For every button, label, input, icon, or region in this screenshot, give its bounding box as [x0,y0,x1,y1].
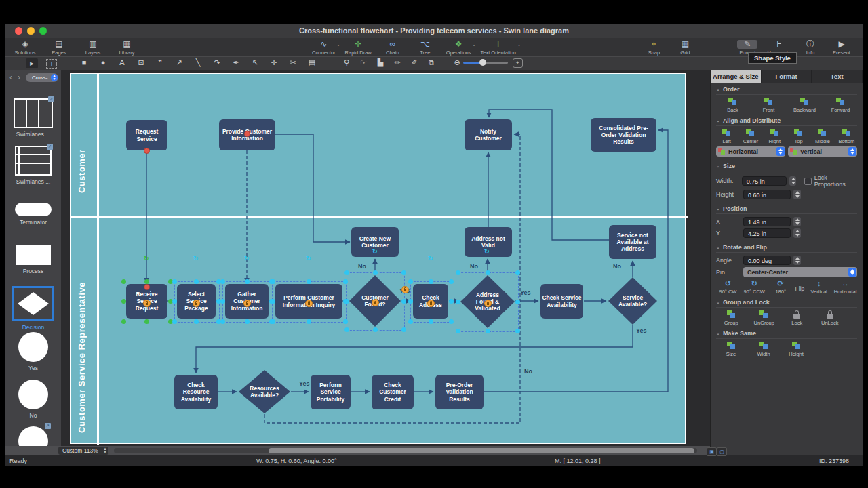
stencil-yes[interactable]: Yes [5,332,61,371]
flowchart-node-resources-available[interactable]: Resources Available? [239,370,290,413]
collapse-icon[interactable]: ⌄ [716,331,720,336]
rotate-handle-icon[interactable]: ↻ [372,248,378,255]
pencil-tool[interactable]: ✏ [390,58,405,67]
y-field[interactable]: 4.25 in [743,228,791,238]
operations-button[interactable]: ❖⌄Operations [446,40,471,56]
rapid-draw-button[interactable]: ✛Rapid Draw [345,40,372,56]
collapse-icon[interactable]: ⌄ [716,163,720,169]
flowchart-node-consolidated-pre-order-validation-results[interactable]: Consolidated Pre-Order Validation Result… [591,118,656,152]
collapse-icon[interactable]: ⌄ [716,245,720,250]
stencil-forward-button[interactable]: › [18,73,20,82]
group-group-button[interactable]: Group [716,310,747,326]
stencil-decision[interactable]: Decision [5,286,61,331]
x-field[interactable]: 1.49 in [743,217,791,226]
group-ungroup-button[interactable]: UnGroup [749,310,780,326]
selection-handle[interactable] [344,299,349,304]
selection-handle[interactable] [515,300,520,304]
group-lock-button[interactable]: Lock [782,310,812,326]
line-tool[interactable]: ╲ [191,58,205,67]
rotate-90-cw-button[interactable]: ↺90° CW [716,279,740,295]
snap-button[interactable]: ⌖Snap [642,40,665,56]
selection-handle[interactable] [245,319,250,324]
zoom-tool[interactable]: ⚲ [339,58,354,67]
rotate-handle-icon[interactable]: ↻ [244,255,250,262]
selection-handle[interactable] [515,329,520,333]
brush-tool[interactable]: ✐ [407,58,422,67]
collapse-icon[interactable]: ⌄ [716,300,720,305]
open-stencil-icon[interactable]: ↗ [48,96,54,102]
height-stepper[interactable] [793,190,801,199]
selection-handle[interactable] [220,299,225,304]
drawing-page[interactable]: Customer Customer Service Representative… [70,73,686,444]
crop-tool[interactable]: ⧉ [424,58,439,67]
stencil-library-select[interactable]: Cross-... ▲▼ [26,73,58,82]
align-left-button[interactable]: Left [716,129,737,144]
pointer-tool[interactable]: ▸ [26,58,38,68]
open-stencil-icon[interactable]: ↗ [47,144,53,150]
selection-handle[interactable] [121,319,126,324]
collapse-icon[interactable]: ⌄ [716,118,720,123]
selection-handle[interactable] [144,279,149,284]
selection-handle[interactable] [271,279,275,284]
connector-pre-order-results-to-consolidated[interactable] [484,130,668,392]
x-stepper[interactable] [793,217,801,226]
edit-node-tool[interactable]: ↖ [248,58,262,67]
rotate-handle-icon[interactable]: ↻ [193,255,199,262]
collapse-icon[interactable]: ⌄ [716,87,720,92]
stencil-no[interactable]: No [5,380,61,419]
ellipse-tool[interactable]: ● [96,58,111,66]
selection-handle[interactable] [401,270,406,275]
zoom-level-select[interactable]: Custom 113% ▲▼ [58,447,108,455]
order-backward-button[interactable]: Backward [788,98,821,113]
stencil-process[interactable]: Process [5,245,61,274]
tab-format[interactable]: Format [762,70,812,83]
text-tool[interactable]: A [115,58,130,66]
selection-handle[interactable] [373,327,378,332]
grid-button[interactable]: ▦Grid [673,40,696,56]
lock-proportions-checkbox[interactable] [804,178,811,185]
fill-tool[interactable]: ▙ [373,58,388,67]
selection-handle[interactable] [307,279,311,284]
flowchart-node-notify-customer[interactable]: Notify Customer [465,119,512,150]
tree-button[interactable]: ⌥Tree [414,40,437,56]
arc-tool[interactable]: ↷ [210,58,224,67]
height-field[interactable]: 0.60 in [743,190,791,199]
selection-handle[interactable] [172,319,177,324]
selection-handle[interactable] [220,279,225,284]
flowchart-node-perform-service-portability[interactable]: Perform Service Portability [311,375,351,409]
rotate-handle-icon[interactable]: ↻ [144,255,149,262]
selection-handle[interactable] [373,270,378,275]
text-box-tool[interactable]: ⊡ [134,58,149,67]
chain-button[interactable]: ∞Chain [381,40,404,56]
zoom-slider-thumb[interactable] [479,59,486,66]
flowchart-node-request-service[interactable]: Request Service [126,120,167,150]
zoom-in-button[interactable]: + [513,58,523,68]
selection-handle[interactable] [429,319,433,324]
selection-handle[interactable] [144,319,149,324]
selection-handle[interactable] [194,319,199,324]
selection-handle[interactable] [401,299,406,304]
connector-service-available-yes-to-check-resource-availability[interactable] [196,325,633,373]
flowchart-node-check-customer-credit[interactable]: Check Customer Credit [372,375,414,409]
flowchart-node-pre-order-validation-results[interactable]: Pre-Order Validation Results [435,375,484,409]
horizontal-scrollbar[interactable] [269,448,694,453]
order-front-button[interactable]: Front [752,98,785,113]
smart-connector-tool[interactable]: ↗ [172,58,186,67]
info-button[interactable]: ⓘInfo [799,40,822,56]
selection-handle[interactable] [449,299,454,304]
layers-button[interactable]: ▥Layers [81,40,104,56]
pen-tool[interactable]: ✒ [229,58,243,67]
stencil-swimlanes-vertical[interactable]: ↗Swimlanes ... [5,98,61,138]
rotate-180--button[interactable]: ⟳180° [769,279,793,295]
selection-handle[interactable] [172,299,177,304]
group-unlock-button[interactable]: UnLock [815,310,846,326]
selection-handle[interactable] [344,270,349,275]
cut-tool[interactable]: ✂ [285,58,300,67]
align-middle-button[interactable]: Middle [812,129,833,144]
flowchart-node-check-service-availability[interactable]: Check Service Availability [540,284,583,319]
open-stencil-icon[interactable]: ↗ [45,423,51,429]
rotate-handle-icon[interactable]: ↻ [484,248,490,255]
selection-handle[interactable] [449,279,454,284]
order-back-button[interactable]: Back [716,98,749,113]
add-anchor-tool[interactable]: ✛ [267,58,281,67]
